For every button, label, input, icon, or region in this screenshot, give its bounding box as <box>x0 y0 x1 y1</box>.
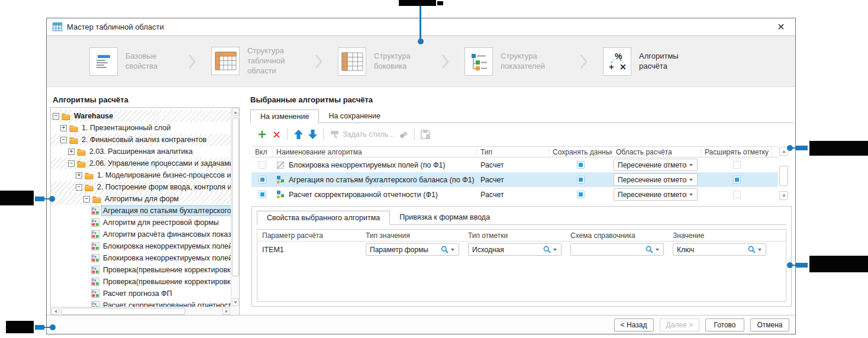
tree-item[interactable]: +2.03. Расширенная аналитика <box>51 146 231 157</box>
search-icon[interactable] <box>543 246 551 253</box>
tree-item[interactable]: −Warehause <box>51 110 231 122</box>
mark-type-combo[interactable]: Исходная <box>468 243 562 256</box>
collapse-icon[interactable]: − <box>83 196 90 202</box>
add-algorithm-button[interactable] <box>255 128 269 141</box>
scroll-thumb[interactable] <box>61 308 185 315</box>
tab-selected-algorithm-properties[interactable]: Свойства выбранного алгоритма <box>257 211 390 225</box>
scroll-left-button[interactable] <box>51 308 59 315</box>
collapse-icon[interactable]: − <box>76 184 82 191</box>
chevron-down-icon[interactable] <box>689 164 693 166</box>
column-header-calc-area[interactable]: Область расчёта <box>612 147 701 157</box>
scroll-thumb[interactable] <box>232 118 239 276</box>
collapse-icon[interactable]: − <box>60 137 67 143</box>
column-header-type[interactable]: Тип <box>477 147 549 157</box>
chevron-down-icon[interactable] <box>553 249 557 251</box>
search-icon[interactable] <box>748 246 756 253</box>
algorithm-row[interactable]: Агрегация по статьям бухгалтерского бала… <box>251 172 778 187</box>
move-up-button[interactable] <box>291 128 305 141</box>
chevron-down-icon[interactable] <box>451 249 454 251</box>
collapse-icon[interactable]: − <box>53 113 59 120</box>
save-data-checkbox[interactable] <box>577 191 585 198</box>
column-header-enabled[interactable]: Вкл <box>251 147 273 157</box>
tab-on-save[interactable]: На сохранение <box>319 110 390 123</box>
properties-tabs: Свойства выбранного алгоритма Привязка к… <box>257 211 786 225</box>
tree-item[interactable]: −2.06. Управление процессами и задачами <box>51 157 231 169</box>
tree-item[interactable]: FxПроверка(превышение корректировки по Ф… <box>51 264 231 276</box>
search-icon[interactable] <box>646 246 653 253</box>
column-header-dictionary-schema[interactable]: Схема справочника <box>566 231 668 240</box>
scroll-thumb[interactable] <box>779 166 788 186</box>
tree-item[interactable]: FxАгрегация по статьям бухгалтерского ба… <box>51 205 231 217</box>
wizard-step-algorithms[interactable]: % + ✕ Алгоритмы расчёта <box>603 47 695 76</box>
wizard-step-table-structure[interactable]: Структура табличной области <box>211 46 299 76</box>
save-data-checkbox[interactable] <box>577 176 585 184</box>
tree-item[interactable]: FxАлгоритм для реестровой формы <box>51 217 231 228</box>
chevron-down-icon[interactable] <box>656 249 659 251</box>
algorithm-row[interactable]: Блокировка некорректируемых полей (по Ф1… <box>251 157 778 172</box>
close-icon[interactable]: ✕ <box>775 21 787 33</box>
search-icon[interactable] <box>441 246 448 253</box>
cancel-button[interactable]: Отмена <box>750 318 789 331</box>
scroll-right-button[interactable] <box>222 308 230 315</box>
tree-item[interactable]: −2. Построение форм ввода, контроля и со… <box>51 181 231 193</box>
tree-item[interactable]: FxРасчет прогноза ФП <box>51 288 231 300</box>
tree-item[interactable]: −Алгоритмы для форм <box>51 193 231 205</box>
tree-horizontal-scrollbar[interactable] <box>51 307 231 315</box>
save-data-checkbox[interactable] <box>577 161 585 169</box>
column-header-name[interactable]: Наименование алгоритма <box>273 147 477 157</box>
chevron-down-icon[interactable] <box>689 194 693 196</box>
wizard-step-indicators[interactable]: Структура показателей <box>464 47 564 76</box>
tree-item[interactable]: FxРасчет скорректированной отчетности (Ф… <box>51 300 231 307</box>
column-header-mark-type[interactable]: Тип отметки <box>463 231 566 240</box>
enabled-checkbox[interactable] <box>259 161 266 169</box>
tab-on-change[interactable]: На изменение <box>250 110 319 123</box>
eraser-icon[interactable] <box>396 128 411 141</box>
tree-item[interactable]: +1. Моделирование бизнес-процессов и их … <box>51 169 231 181</box>
scroll-up-button[interactable] <box>232 108 239 116</box>
dictionary-schema-combo[interactable] <box>570 243 664 256</box>
tree-item[interactable]: +1. Презентационный слой <box>51 122 231 134</box>
value-type-combo[interactable]: Параметр формы <box>366 243 459 256</box>
chevron-down-icon[interactable] <box>689 179 693 181</box>
algorithm-row[interactable]: Расчет скорректированной отчетности (Ф1)… <box>251 187 778 202</box>
expand-mark-checkbox[interactable] <box>733 176 741 184</box>
tree-item[interactable]: FxАлгоритм расчёта финансовых показателе… <box>51 228 231 240</box>
calc-area-dropdown[interactable]: Пересечение отметок <box>614 188 698 201</box>
tree-vertical-scrollbar[interactable] <box>231 108 239 307</box>
tree-item[interactable]: −2. Финансовый анализ контрагентов <box>51 134 231 146</box>
finish-button[interactable]: Готово <box>705 318 744 331</box>
set-style-label[interactable]: Задать стиль... <box>343 130 394 139</box>
tab-input-forms-binding[interactable]: Привязка к формам ввода <box>390 211 499 224</box>
expand-icon[interactable]: + <box>76 172 82 179</box>
value-combo[interactable]: Ключ <box>673 243 766 256</box>
expand-icon[interactable]: + <box>60 125 67 131</box>
move-down-button[interactable] <box>305 128 320 141</box>
tree-item[interactable]: FxПроверка(превышение корректировки по Ф… <box>51 276 231 288</box>
column-header-expand-mark[interactable]: Расширять отметку <box>701 147 772 157</box>
column-header-save-data[interactable]: Сохранять данные <box>549 147 612 157</box>
column-header-value-type[interactable]: Тип значения <box>361 231 463 240</box>
column-header-value[interactable]: Значение <box>668 231 770 240</box>
column-header-calc-parameter[interactable]: Параметр расчёта <box>257 231 361 240</box>
expand-mark-checkbox[interactable] <box>733 161 741 169</box>
back-button[interactable]: < Назад <box>614 318 654 331</box>
enabled-checkbox[interactable] <box>259 176 266 184</box>
expand-mark-checkbox[interactable] <box>733 191 741 198</box>
wizard-step-side-structure[interactable]: Структура боковика <box>338 47 426 76</box>
save-data-icon[interactable] <box>418 128 433 141</box>
callout-redaction-box <box>399 0 436 6</box>
scroll-down-button[interactable] <box>232 298 239 306</box>
chevron-down-icon[interactable] <box>758 249 761 251</box>
scroll-down-button[interactable] <box>779 191 788 200</box>
grid-vertical-scrollbar[interactable] <box>779 147 789 200</box>
calc-area-dropdown[interactable]: Пересечение отметок <box>614 159 698 171</box>
enabled-checkbox[interactable] <box>259 191 266 198</box>
delete-algorithm-button[interactable] <box>269 128 283 141</box>
set-style-icon[interactable] <box>327 128 341 141</box>
collapse-icon[interactable]: − <box>68 160 75 167</box>
calc-area-dropdown[interactable]: Пересечение отметок <box>614 173 698 186</box>
tree-item[interactable]: FxБлокировка некорректируемых полей (по … <box>51 240 231 252</box>
tree-item[interactable]: FxБлокировка некорректируемых полей (по … <box>51 252 231 264</box>
expand-icon[interactable]: + <box>68 149 75 155</box>
wizard-step-basic[interactable]: Базовые свойства <box>89 47 173 76</box>
